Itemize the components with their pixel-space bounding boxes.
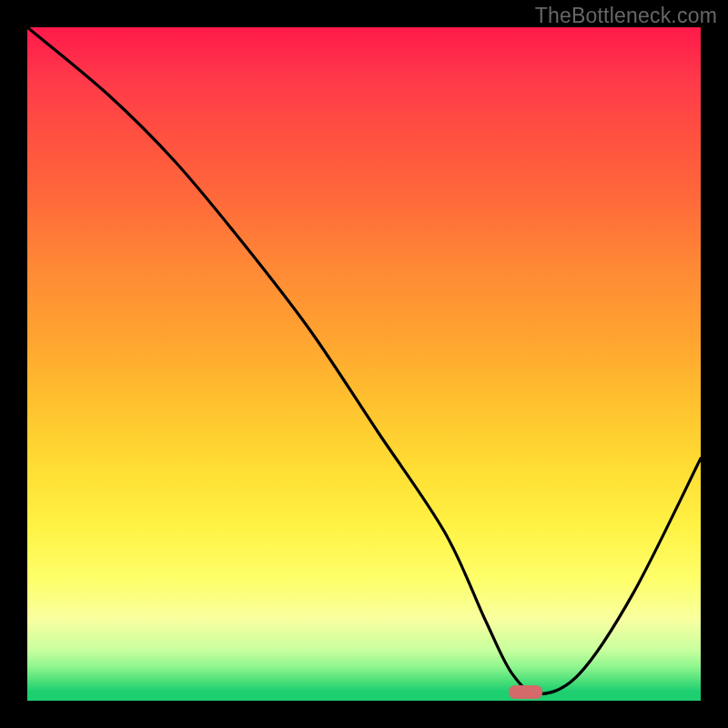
optimum-marker — [510, 686, 542, 699]
plot-area — [27, 27, 701, 701]
curve-svg — [27, 27, 701, 701]
bottleneck-curve — [27, 27, 701, 694]
watermark-text: TheBottleneck.com — [535, 4, 717, 28]
chart-frame: TheBottleneck.com — [0, 0, 728, 728]
